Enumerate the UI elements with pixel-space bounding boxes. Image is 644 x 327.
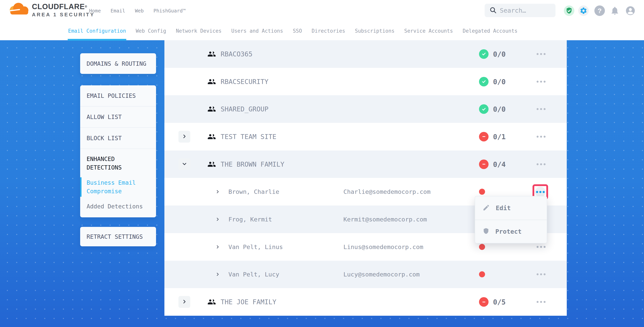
account-icon[interactable] [625, 5, 636, 16]
cloudflare-logo[interactable]: CLOUDFLARE® AREA 1 SECURITY [8, 2, 95, 18]
menu-item-label: Protect [495, 228, 522, 235]
nav-item-phishguard[interactable]: PhishGuard™ [154, 8, 186, 13]
protection-count: 0/5 [493, 298, 506, 306]
member-name: Brown, Charlie [228, 188, 279, 195]
config-tab-bar: Email Configuration Web Config Network D… [0, 21, 644, 40]
table-row: THE JOE FAMILY 0/5 [164, 288, 567, 316]
member-chevron-icon [215, 272, 220, 277]
member-email: Kermit@somedemocorp.com [344, 216, 427, 223]
group-name: THE BROWN FAMILY [221, 160, 284, 168]
menu-item-edit[interactable]: Edit [475, 196, 547, 220]
protection-count: 0/1 [493, 133, 506, 141]
alert-dot [479, 271, 485, 278]
member-chevron-icon [215, 244, 220, 249]
row-menu-button[interactable] [536, 161, 546, 167]
row-menu-button[interactable] [536, 79, 546, 85]
status-unprotected-badge [479, 159, 488, 169]
app-header: CLOUDFLARE® AREA 1 SECURITY Home Email W… [0, 0, 644, 40]
sidebar-item-email-policies[interactable]: EMAIL POLICIES [80, 85, 156, 106]
member-email: Lucy@somedemocorp.com [344, 271, 420, 278]
tab-web-config[interactable]: Web Config [136, 21, 166, 40]
member-name: Frog, Kermit [228, 216, 272, 223]
sidebar-item-allow-list[interactable]: ALLOW LIST [80, 106, 156, 128]
group-icon [208, 132, 216, 141]
alert-dot [479, 244, 485, 250]
group-icon [208, 77, 216, 86]
menu-item-label: Edit [496, 204, 511, 212]
group-name: RBACSECURITY [221, 78, 268, 85]
row-context-menu: Edit Protect [475, 196, 547, 243]
shield-check-icon[interactable] [564, 5, 574, 16]
tab-users-and-actions[interactable]: Users and Actions [231, 21, 283, 40]
row-menu-button[interactable] [536, 134, 546, 140]
brand-name: CLOUDFLARE® [32, 2, 95, 11]
sidebar-item-business-email-compromise[interactable]: Business Email Compromise [86, 178, 145, 196]
status-protected-badge [479, 49, 488, 59]
nav-item-web[interactable]: Web [135, 8, 144, 13]
menu-item-protect[interactable]: Protect [475, 220, 547, 243]
member-email: Linus@somedemocorp.com [344, 243, 423, 250]
registered-mark: ® [85, 5, 87, 8]
gear-icon[interactable] [578, 5, 589, 16]
sidebar-policies-card: EMAIL POLICIES ALLOW LIST BLOCK LIST ENH… [80, 85, 156, 217]
search-box[interactable] [485, 4, 556, 17]
shield-icon [482, 228, 490, 235]
group-icon [208, 160, 216, 169]
enhanced-detections-section: ENHANCED DETECTIONS Business Email Compr… [80, 149, 156, 217]
tab-service-accounts[interactable]: Service Accounts [404, 21, 453, 40]
table-row: THE BROWN FAMILY 0/4 [164, 150, 567, 178]
nav-item-home[interactable]: Home [89, 8, 101, 13]
protection-count: 0/0 [493, 50, 506, 58]
search-icon [489, 6, 497, 14]
tab-subscriptions[interactable]: Subscriptions [355, 21, 394, 40]
tab-email-configuration[interactable]: Email Configuration [68, 21, 126, 40]
status-unprotected-badge [479, 297, 488, 307]
row-menu-button-active[interactable] [535, 187, 546, 197]
group-icon [208, 298, 216, 306]
chevron-right-icon [182, 133, 187, 140]
status-unprotected-badge [479, 132, 488, 141]
sidebar-item-domains-routing[interactable]: DOMAINS & ROUTING [80, 53, 156, 74]
directory-table: RBACO365 0/0 RBACSECURITY 0/0 SHARED_G [164, 40, 567, 316]
sidebar-item-retract-settings[interactable]: RETRACT SETTINGS [80, 227, 156, 246]
row-menu-button[interactable] [536, 299, 546, 305]
tab-directories[interactable]: Directories [312, 21, 345, 40]
sidebar-item-added-detections[interactable]: Added Detections [86, 202, 145, 211]
member-chevron-icon [215, 217, 220, 222]
expand-button[interactable] [178, 296, 190, 308]
group-name: THE JOE FAMILY [221, 298, 276, 306]
cloudflare-cloud-icon [8, 2, 30, 15]
row-menu-button[interactable] [536, 271, 546, 277]
group-icon [208, 50, 216, 58]
table-row: RBACO365 0/0 [164, 40, 567, 68]
chevron-down-icon [182, 161, 187, 167]
member-name: Van Pelt, Linus [228, 243, 283, 250]
member-chevron-icon [215, 189, 220, 194]
table-row: RBACSECURITY 0/0 [164, 68, 567, 95]
row-menu-button[interactable] [536, 244, 546, 250]
member-name: Van Pelt, Lucy [228, 271, 279, 278]
pencil-icon [482, 204, 490, 212]
member-email: Charlie@somedemocorp.com [344, 188, 430, 195]
chevron-right-icon [182, 299, 187, 305]
protection-count: 0/0 [493, 78, 506, 85]
group-name: TEST TEAM SITE [221, 133, 276, 141]
expand-button[interactable] [178, 131, 190, 142]
collapse-button[interactable] [178, 158, 190, 170]
table-row: Van Pelt, Lucy Lucy@somedemocorp.com [164, 261, 567, 288]
nav-item-email[interactable]: Email [110, 8, 125, 13]
bell-icon[interactable] [610, 5, 620, 16]
help-icon[interactable]: ? [594, 5, 605, 16]
tab-sso[interactable]: SSO [293, 21, 302, 40]
tab-network-devices[interactable]: Network Devices [176, 21, 222, 40]
tab-delegated-accounts[interactable]: Delegated Accounts [463, 21, 518, 40]
status-protected-badge [479, 104, 488, 114]
sidebar-item-block-list[interactable]: BLOCK LIST [80, 128, 156, 149]
search-input[interactable] [500, 7, 554, 14]
group-icon [208, 105, 216, 113]
row-menu-button[interactable] [536, 51, 546, 57]
group-name: RBACO365 [221, 50, 252, 58]
sidebar-item-enhanced-detections[interactable]: ENHANCED DETECTIONS [86, 155, 145, 172]
alert-dot [479, 189, 485, 195]
row-menu-button[interactable] [536, 106, 546, 112]
